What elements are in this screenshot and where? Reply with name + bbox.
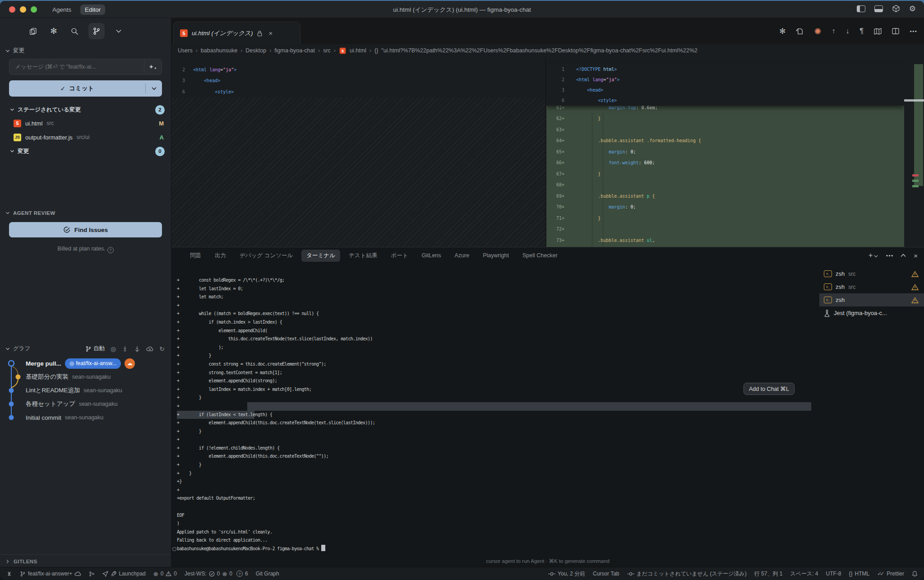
pull-icon[interactable] xyxy=(134,346,140,352)
blame-indicator[interactable]: You, 2 分前 xyxy=(548,570,585,578)
breadcrumb-item[interactable]: babashunsuke xyxy=(201,47,237,54)
sparkle-icon[interactable]: ✦✦ xyxy=(144,60,161,74)
encoding-indicator[interactable]: UTF-8 xyxy=(826,571,841,577)
close-panel-icon[interactable]: × xyxy=(914,252,918,260)
settings-gear-icon[interactable]: ⚙ xyxy=(909,5,916,13)
terminal-list-item[interactable]: Jest (figma-byoa-c... xyxy=(819,306,924,320)
minimap-icon[interactable] xyxy=(874,28,882,35)
jest-ws-indicator[interactable]: Jest-WS: 0 ⊗0 ?6 xyxy=(185,571,248,577)
graph-auto-toggle[interactable]: 自動 xyxy=(85,345,105,353)
maximize-panel-icon[interactable] xyxy=(901,254,906,257)
editor-tab-ui-html[interactable]: 5 ui.html (インデックス) × xyxy=(173,22,300,44)
language-indicator[interactable]: {}HTML xyxy=(849,571,870,577)
target-icon[interactable]: ◎ xyxy=(111,345,116,353)
panel-tab-Playwright[interactable]: Playwright xyxy=(478,250,514,261)
copy-icon[interactable] xyxy=(26,24,40,38)
arrow-up-icon[interactable]: ↑ xyxy=(832,27,835,35)
code-line: 70+ margin: 0; xyxy=(546,202,904,213)
fetch-icon[interactable] xyxy=(122,346,128,352)
panel-tab-GitLens[interactable]: GitLens xyxy=(416,250,446,261)
breadcrumb-item[interactable]: "ui.html?%7B%22path%22%3A%22%2FUsers%2Fb… xyxy=(381,47,698,54)
openai-icon[interactable]: ✻ xyxy=(47,24,60,38)
find-issues-button[interactable]: Find Issues xyxy=(9,222,162,237)
commit-graph-indicator[interactable] xyxy=(89,571,95,577)
openai-icon[interactable]: ✻ xyxy=(779,27,785,36)
toggle-panel-icon[interactable] xyxy=(874,5,883,12)
commit-message-input[interactable] xyxy=(9,59,162,75)
launchpad-indicator[interactable]: Launchpad xyxy=(102,571,145,577)
diff-original-pane[interactable]: 2<html lang="ja">3 <head>6 <style> xyxy=(171,57,546,247)
close-tab-icon[interactable]: × xyxy=(268,29,273,37)
help-icon[interactable]: ? xyxy=(107,247,114,253)
breadcrumb-item[interactable]: Desktop xyxy=(245,47,266,54)
diff-modified-pane[interactable]: 61+ margin-top: 0.6em;62+ }63+64+ .bubbl… xyxy=(546,57,904,247)
branch-pill[interactable]: ◎feat/fix-ai-answ... xyxy=(65,358,121,369)
panel-tab-Spell Checker[interactable]: Spell Checker xyxy=(517,250,563,261)
source-control-icon[interactable] xyxy=(88,23,105,39)
terminal-list-item[interactable]: >_zshsrc xyxy=(819,280,924,293)
scm-section-header[interactable]: 変更 xyxy=(0,47,171,55)
scm-file-row[interactable]: JSoutput-formatter.jssrc/uiA xyxy=(0,130,171,144)
terminal-line: + element.appendChild(strong); xyxy=(177,377,816,385)
commit-row[interactable]: Initial commitsean-sunagaku xyxy=(0,411,171,424)
more-actions-icon[interactable]: ⋯ xyxy=(910,27,917,36)
panel-tab-テスト結果[interactable]: テスト結果 xyxy=(344,250,382,262)
tab-agents[interactable]: Agents xyxy=(48,5,76,15)
panel-tab-出力[interactable]: 出力 xyxy=(210,250,231,262)
commit-status-indicator[interactable]: まだコミットされていません (ステージ済み) xyxy=(627,570,747,578)
zoom-window-button[interactable] xyxy=(31,6,37,13)
close-window-button[interactable] xyxy=(9,6,15,13)
gitlens-section-header[interactable]: GITLENS xyxy=(0,554,171,568)
pilcrow-icon[interactable]: ¶ xyxy=(859,27,864,35)
commit-dropdown-button[interactable] xyxy=(146,87,162,90)
line-number: 67+ xyxy=(546,172,564,176)
panel-tab-問題[interactable]: 問題 xyxy=(185,250,206,262)
command-decoration-icon[interactable] xyxy=(172,547,176,551)
commit-row[interactable]: Merge pull...◎feat/fix-ai-answ...☁ xyxy=(0,357,171,370)
changes-header[interactable]: 変更 0 xyxy=(0,145,171,157)
breadcrumb-item[interactable]: figma-byoa-chat xyxy=(274,47,315,54)
minimize-window-button[interactable] xyxy=(20,6,26,13)
graph-section-header[interactable]: グラフ 自動 ◎ ↻ xyxy=(0,345,171,353)
panel-tab-Azure[interactable]: Azure xyxy=(450,250,475,261)
notifications-indicator[interactable] xyxy=(912,571,918,577)
scrollbar-handle[interactable] xyxy=(904,99,924,102)
arrow-down-icon[interactable]: ↓ xyxy=(845,27,849,35)
terminal-output[interactable]: + const boldRegex = /\*\*(.+?)\*\*/g;+ l… xyxy=(177,276,816,553)
commit-row[interactable]: 基礎部分の実装sean-sunagaku xyxy=(0,370,171,384)
cursor-position-indicator[interactable]: 行 57、列 1 xyxy=(754,570,783,578)
cursor-tab-indicator[interactable]: Cursor Tab xyxy=(593,571,619,577)
staged-changes-header[interactable]: ステージされている変更 2 xyxy=(0,104,171,116)
panel-tab-ターミナル[interactable]: ターミナル xyxy=(301,250,340,262)
new-terminal-button[interactable]: + xyxy=(869,251,878,260)
panel-more-icon[interactable]: ⋯ xyxy=(886,251,893,260)
split-editor-icon[interactable] xyxy=(892,28,899,34)
panel-tab-ポート[interactable]: ポート xyxy=(386,250,413,262)
breadcrumb-item[interactable]: ui.html xyxy=(350,47,366,54)
tab-editor[interactable]: Editor xyxy=(80,5,105,15)
push-cloud-icon[interactable] xyxy=(146,346,153,352)
terminal-list-item[interactable]: >_zshsrc xyxy=(819,267,924,280)
refresh-icon[interactable]: ↻ xyxy=(159,345,165,353)
toggle-sidebar-icon[interactable] xyxy=(857,5,865,12)
scm-file-row[interactable]: 5ui.htmlsrcM xyxy=(0,116,171,130)
chevron-down-icon[interactable] xyxy=(112,24,125,38)
problems-indicator[interactable]: ⊗0 0 xyxy=(153,571,177,577)
commit-row[interactable]: 各種セットアップsean-sunagaku xyxy=(0,397,171,411)
extension-starburst-icon[interactable]: ✺ xyxy=(814,26,821,37)
panel-tab-デバッグ コンソール[interactable]: デバッグ コンソール xyxy=(235,250,298,262)
indentation-indicator[interactable]: スペース: 4 xyxy=(790,570,818,578)
commit-row[interactable]: LintとREADME追加sean-sunagaku xyxy=(0,384,171,397)
remote-indicator[interactable] xyxy=(6,571,12,577)
cube-icon[interactable] xyxy=(892,5,900,13)
agent-review-header[interactable]: AGENT REVIEW xyxy=(0,210,171,216)
formatter-indicator[interactable]: ✓✓Prettier xyxy=(877,571,904,577)
commit-button[interactable]: ✓コミット xyxy=(9,80,162,97)
breadcrumb-item[interactable]: src xyxy=(323,47,331,54)
breadcrumb-item[interactable]: Users xyxy=(178,47,193,54)
terminal-list-item[interactable]: >_zsh xyxy=(819,293,924,306)
search-icon[interactable] xyxy=(68,24,81,38)
open-changes-icon[interactable] xyxy=(796,28,804,35)
branch-indicator[interactable]: feat/fix-ai-answer+ xyxy=(20,571,81,577)
git-graph-indicator[interactable]: Git Graph xyxy=(256,571,279,577)
